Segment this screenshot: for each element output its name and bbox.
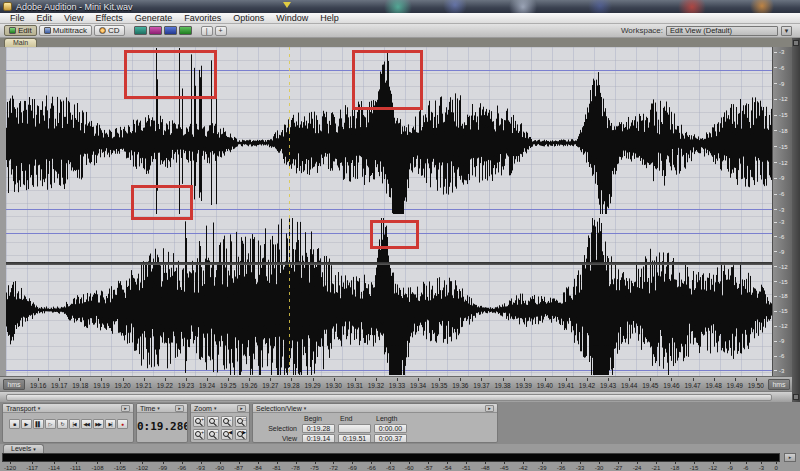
levels-menu-button[interactable]: ▸ xyxy=(784,453,796,462)
zoom-in-vertical-button[interactable]: + xyxy=(193,429,205,440)
zoom-to-selection-button[interactable]: □ xyxy=(235,416,247,427)
menu-item[interactable]: File xyxy=(4,13,31,23)
zoom-right-edge-button[interactable]: ▶ xyxy=(235,429,247,440)
timeline-unit-left[interactable]: hms xyxy=(3,379,25,390)
menu-item[interactable]: Generate xyxy=(129,13,179,23)
level-scale-label: -18 xyxy=(671,462,680,471)
zoom-buttons: + − ↔ □ xyxy=(191,413,249,440)
scrollbar-thumb[interactable] xyxy=(6,394,772,401)
panel-menu-button[interactable]: ▸ xyxy=(175,405,184,412)
vertical-scrollbar[interactable] xyxy=(792,38,800,402)
play-button[interactable]: ▶ xyxy=(21,419,32,429)
ruler-label: -3 xyxy=(774,207,793,213)
amplitude-ruler[interactable]: -3-6-9-12-15-18-15-12-9-6-3 -3-6-9-12-15… xyxy=(772,47,792,376)
ruler-label: -3 xyxy=(774,49,793,55)
zoom-badge: + xyxy=(201,429,204,435)
scroll-down-icon[interactable] xyxy=(793,394,799,400)
selection-begin-field[interactable]: 0:19.28 xyxy=(302,424,335,433)
view-begin-field[interactable]: 0:19.14 xyxy=(302,434,335,443)
scroll-up-icon[interactable] xyxy=(793,40,799,46)
workspace-dropdown-arrow-icon[interactable]: ▼ xyxy=(781,26,792,36)
selection-view-panel-tab[interactable]: Selection/View ▾ ▸ xyxy=(253,404,497,413)
levels-panel-title: Levels xyxy=(11,445,31,452)
menu-item[interactable]: Window xyxy=(270,13,314,23)
timeline-tick-label: 19.33 xyxy=(389,377,405,392)
go-to-beginning-button[interactable]: |◀ xyxy=(69,419,80,429)
timeline-ruler[interactable]: hms 19.1619.1719.1819.1919.2019.2119.221… xyxy=(0,376,800,391)
pause-button[interactable]: ▌▌ xyxy=(33,419,44,429)
zoom-left-edge-button[interactable]: ◀ xyxy=(221,429,233,440)
cd-view-button[interactable]: CD xyxy=(94,25,125,36)
selection-view-grid: Begin End Length Selection 0:19.28 0:00.… xyxy=(253,413,497,443)
selection-length-field[interactable]: 0:00.00 xyxy=(374,424,407,433)
rewind-button[interactable]: ◀◀ xyxy=(81,419,92,429)
menu-item[interactable]: Effects xyxy=(89,13,128,23)
playhead-cue-icon[interactable] xyxy=(283,2,291,8)
fast-forward-button[interactable]: ▶▶ xyxy=(93,419,104,429)
level-scale-label: -108 xyxy=(91,462,103,471)
ruler-label: -18 xyxy=(774,293,793,299)
play-from-cursor-button[interactable]: ▷ xyxy=(45,419,56,429)
workspace-icon-blue[interactable] xyxy=(164,26,177,35)
level-scale-label: -105 xyxy=(114,462,126,471)
title-bar[interactable]: Adobe Audition - Mini Kit.wav xyxy=(0,0,800,13)
menu-item[interactable]: Help xyxy=(314,13,345,23)
menu-item[interactable]: Edit xyxy=(31,13,59,23)
edit-view-button[interactable]: Edit xyxy=(4,25,37,36)
level-scale-label: -102 xyxy=(136,462,148,471)
time-panel: Time ▾ ▸ 0:19.286 xyxy=(136,403,188,443)
selection-end-field[interactable] xyxy=(338,424,371,433)
panel-menu-button[interactable]: ▸ xyxy=(121,405,130,412)
time-panel-tab[interactable]: Time ▾ ▸ xyxy=(137,404,187,413)
bottom-dock: Transport ▾ ▸ ■▶▌▌▷↻|◀◀◀▶▶▶|● Time ▾ ▸ 0… xyxy=(0,402,800,444)
multitrack-view-icon xyxy=(44,27,51,34)
timeline-tick-label: 19.28 xyxy=(283,377,299,392)
menu-item[interactable]: View xyxy=(58,13,89,23)
menu-item[interactable]: Options xyxy=(227,13,270,23)
zoom-out-horizontal-button[interactable]: − xyxy=(207,416,219,427)
workspace-icon-teal[interactable] xyxy=(134,26,147,35)
workspace-dropdown[interactable]: Edit View (Default) xyxy=(666,26,778,36)
level-scale-label: -33 xyxy=(576,462,585,471)
view-length-field[interactable]: 0:00.37 xyxy=(374,434,407,443)
transport-panel-tab[interactable]: Transport ▾ ▸ xyxy=(3,404,133,413)
multitrack-view-button[interactable]: Multitrack xyxy=(39,25,92,36)
level-scale-label: -27 xyxy=(614,462,623,471)
timeline-tick-label: 19.22 xyxy=(157,377,173,392)
panel-menu-button[interactable]: ▸ xyxy=(237,405,246,412)
go-to-end-button[interactable]: ▶| xyxy=(105,419,116,429)
view-end-field[interactable]: 0:19.51 xyxy=(338,434,371,443)
tool-icon-marker[interactable]: | xyxy=(201,26,213,36)
timeline-tick-label: 19.37 xyxy=(473,377,489,392)
time-display[interactable]: 0:19.286 xyxy=(137,420,187,433)
zoom-in-horizontal-button[interactable]: + xyxy=(193,416,205,427)
zoom-out-vertical-button[interactable]: − xyxy=(207,429,219,440)
stop-button[interactable]: ■ xyxy=(9,419,20,429)
level-scale-label: -99 xyxy=(158,462,167,471)
zoom-panel-tab[interactable]: Zoom ▾ ▸ xyxy=(191,404,249,413)
transport-panel-title: Transport xyxy=(6,405,36,412)
app-icon xyxy=(3,2,12,11)
timeline-tick-label: 19.36 xyxy=(452,377,468,392)
cd-view-icon xyxy=(99,27,106,34)
workspace-icon-magenta[interactable] xyxy=(149,26,162,35)
level-meter[interactable] xyxy=(2,453,780,462)
play-looped-button[interactable]: ↻ xyxy=(57,419,68,429)
zoom-out-full-button[interactable]: ↔ xyxy=(221,416,233,427)
time-panel-title: Time xyxy=(140,405,155,412)
tool-icon-magnify[interactable]: + xyxy=(215,26,227,36)
record-button[interactable]: ● xyxy=(117,419,128,429)
timeline-unit-right[interactable]: hms xyxy=(768,379,790,390)
menu-bar: FileEditViewEffectsGenerateFavoritesOpti… xyxy=(0,13,800,24)
workspace-icon-green[interactable] xyxy=(179,26,192,35)
panel-menu-button[interactable]: ▸ xyxy=(485,405,494,412)
levels-panel-tab[interactable]: Levels ▾ xyxy=(3,444,44,453)
horizontal-scrollbar[interactable] xyxy=(0,391,800,402)
level-scale-label: -63 xyxy=(386,462,395,471)
menu-item[interactable]: Favorites xyxy=(178,13,227,23)
ruler-right-channel: -3-6-9-12-15-18-15-12-9-6-3 xyxy=(773,217,793,376)
timeline-tick-label: 19.42 xyxy=(579,377,595,392)
toolbar-separator xyxy=(127,25,132,37)
chevron-down-icon: ▾ xyxy=(214,405,217,411)
tab-main[interactable]: Main xyxy=(4,38,37,47)
